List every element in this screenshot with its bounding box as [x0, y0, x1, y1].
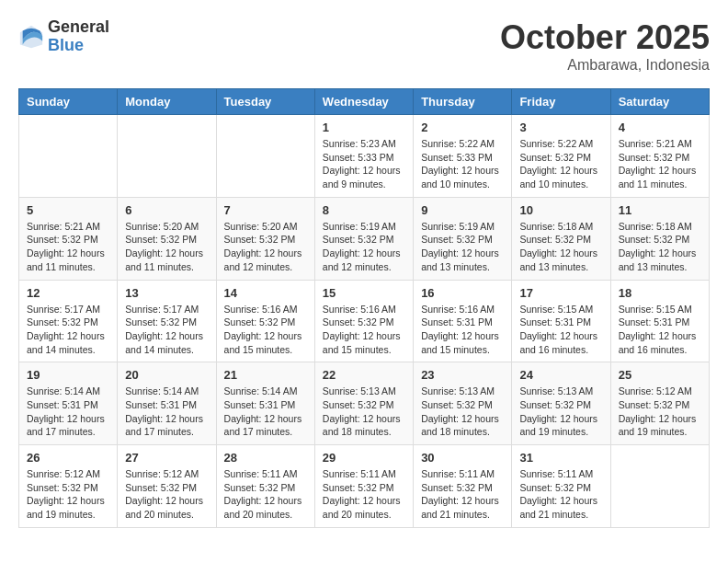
calendar-header: Sunday Monday Tuesday Wednesday Thursday…: [19, 89, 710, 115]
calendar-week-5: 26Sunrise: 5:12 AMSunset: 5:32 PMDayligh…: [19, 445, 710, 528]
day-number: 12: [27, 286, 109, 300]
day-info: Sunrise: 5:15 AMSunset: 5:31 PMDaylight:…: [519, 303, 602, 357]
day-info: Sunrise: 5:14 AMSunset: 5:31 PMDaylight:…: [224, 385, 307, 439]
day-info: Sunrise: 5:13 AMSunset: 5:32 PMDaylight:…: [323, 385, 405, 439]
day-number: 18: [619, 286, 701, 300]
calendar-cell: 23Sunrise: 5:13 AMSunset: 5:32 PMDayligh…: [414, 362, 512, 445]
calendar-body: 1Sunrise: 5:23 AMSunset: 5:33 PMDaylight…: [19, 115, 710, 528]
calendar-cell: 3Sunrise: 5:22 AMSunset: 5:32 PMDaylight…: [512, 115, 610, 198]
calendar-cell: 26Sunrise: 5:12 AMSunset: 5:32 PMDayligh…: [19, 445, 118, 528]
calendar-cell: 30Sunrise: 5:11 AMSunset: 5:32 PMDayligh…: [414, 445, 512, 528]
calendar-cell: 5Sunrise: 5:21 AMSunset: 5:32 PMDaylight…: [19, 197, 118, 280]
day-info: Sunrise: 5:22 AMSunset: 5:32 PMDaylight:…: [519, 137, 602, 191]
calendar-week-1: 1Sunrise: 5:23 AMSunset: 5:33 PMDaylight…: [19, 115, 710, 198]
day-info: Sunrise: 5:13 AMSunset: 5:32 PMDaylight:…: [519, 385, 602, 439]
day-info: Sunrise: 5:11 AMSunset: 5:32 PMDaylight:…: [421, 467, 504, 522]
calendar-cell: 25Sunrise: 5:12 AMSunset: 5:32 PMDayligh…: [610, 362, 709, 445]
day-info: Sunrise: 5:23 AMSunset: 5:33 PMDaylight:…: [323, 137, 405, 191]
day-info: Sunrise: 5:15 AMSunset: 5:31 PMDaylight:…: [619, 303, 701, 357]
day-number: 22: [323, 368, 405, 382]
day-info: Sunrise: 5:11 AMSunset: 5:32 PMDaylight:…: [323, 467, 405, 522]
calendar-cell: 11Sunrise: 5:18 AMSunset: 5:32 PMDayligh…: [610, 197, 709, 280]
day-info: Sunrise: 5:18 AMSunset: 5:32 PMDaylight:…: [619, 220, 701, 274]
calendar-cell: 14Sunrise: 5:16 AMSunset: 5:32 PMDayligh…: [216, 280, 314, 362]
day-number: 23: [421, 368, 504, 382]
day-number: 31: [519, 451, 602, 465]
header-sunday: Sunday: [19, 89, 118, 115]
calendar-cell: 20Sunrise: 5:14 AMSunset: 5:31 PMDayligh…: [118, 362, 216, 445]
day-number: 14: [224, 286, 307, 300]
calendar-table: Sunday Monday Tuesday Wednesday Thursday…: [18, 88, 710, 528]
day-info: Sunrise: 5:11 AMSunset: 5:32 PMDaylight:…: [224, 467, 307, 522]
month-title: October 2025: [500, 18, 710, 57]
calendar-cell: [19, 115, 118, 198]
day-number: 17: [519, 286, 602, 300]
location-text: Ambarawa, Indonesia: [500, 57, 710, 74]
calendar-cell: 17Sunrise: 5:15 AMSunset: 5:31 PMDayligh…: [512, 280, 610, 362]
calendar-cell: 12Sunrise: 5:17 AMSunset: 5:32 PMDayligh…: [19, 280, 118, 362]
day-number: 27: [125, 451, 208, 465]
day-info: Sunrise: 5:16 AMSunset: 5:32 PMDaylight:…: [323, 303, 405, 357]
day-info: Sunrise: 5:20 AMSunset: 5:32 PMDaylight:…: [125, 220, 208, 274]
logo-icon: [18, 24, 44, 50]
header-thursday: Thursday: [414, 89, 512, 115]
day-number: 2: [421, 121, 504, 134]
header-saturday: Saturday: [610, 89, 709, 115]
day-number: 1: [323, 121, 405, 134]
calendar-cell: [118, 115, 216, 198]
day-number: 8: [323, 203, 405, 217]
calendar-cell: 18Sunrise: 5:15 AMSunset: 5:31 PMDayligh…: [610, 280, 709, 362]
calendar-cell: 31Sunrise: 5:11 AMSunset: 5:32 PMDayligh…: [512, 445, 610, 528]
day-number: 21: [224, 368, 307, 382]
calendar-cell: 16Sunrise: 5:16 AMSunset: 5:31 PMDayligh…: [414, 280, 512, 362]
day-info: Sunrise: 5:12 AMSunset: 5:32 PMDaylight:…: [125, 467, 208, 522]
calendar-cell: 24Sunrise: 5:13 AMSunset: 5:32 PMDayligh…: [512, 362, 610, 445]
header-monday: Monday: [118, 89, 216, 115]
day-info: Sunrise: 5:21 AMSunset: 5:32 PMDaylight:…: [27, 220, 109, 274]
calendar-cell: 1Sunrise: 5:23 AMSunset: 5:33 PMDaylight…: [314, 115, 413, 198]
calendar-cell: 29Sunrise: 5:11 AMSunset: 5:32 PMDayligh…: [314, 445, 413, 528]
day-number: 24: [519, 368, 602, 382]
day-number: 3: [519, 121, 602, 134]
logo-text: General Blue: [48, 18, 109, 55]
day-number: 19: [27, 368, 109, 382]
day-number: 7: [224, 203, 307, 217]
header-wednesday: Wednesday: [314, 89, 413, 115]
page-header: General Blue October 2025 Ambarawa, Indo…: [18, 18, 710, 74]
day-number: 5: [27, 203, 109, 217]
calendar-cell: 2Sunrise: 5:22 AMSunset: 5:33 PMDaylight…: [414, 115, 512, 198]
day-info: Sunrise: 5:17 AMSunset: 5:32 PMDaylight:…: [27, 303, 109, 357]
day-info: Sunrise: 5:19 AMSunset: 5:32 PMDaylight:…: [421, 220, 504, 274]
day-number: 30: [421, 451, 504, 465]
calendar-cell: [216, 115, 314, 198]
day-info: Sunrise: 5:17 AMSunset: 5:32 PMDaylight:…: [125, 303, 208, 357]
calendar-week-4: 19Sunrise: 5:14 AMSunset: 5:31 PMDayligh…: [19, 362, 710, 445]
logo: General Blue: [18, 18, 109, 55]
day-info: Sunrise: 5:22 AMSunset: 5:33 PMDaylight:…: [421, 137, 504, 191]
day-info: Sunrise: 5:16 AMSunset: 5:31 PMDaylight:…: [421, 303, 504, 357]
calendar-week-2: 5Sunrise: 5:21 AMSunset: 5:32 PMDaylight…: [19, 197, 710, 280]
day-number: 16: [421, 286, 504, 300]
calendar-cell: 28Sunrise: 5:11 AMSunset: 5:32 PMDayligh…: [216, 445, 314, 528]
calendar-cell: 15Sunrise: 5:16 AMSunset: 5:32 PMDayligh…: [314, 280, 413, 362]
day-info: Sunrise: 5:11 AMSunset: 5:32 PMDaylight:…: [519, 467, 602, 522]
calendar-cell: [610, 445, 709, 528]
day-info: Sunrise: 5:19 AMSunset: 5:32 PMDaylight:…: [323, 220, 405, 274]
day-info: Sunrise: 5:20 AMSunset: 5:32 PMDaylight:…: [224, 220, 307, 274]
day-info: Sunrise: 5:21 AMSunset: 5:32 PMDaylight:…: [619, 137, 701, 191]
day-number: 13: [125, 286, 208, 300]
day-info: Sunrise: 5:13 AMSunset: 5:32 PMDaylight:…: [421, 385, 504, 439]
calendar-cell: 6Sunrise: 5:20 AMSunset: 5:32 PMDaylight…: [118, 197, 216, 280]
day-number: 26: [27, 451, 109, 465]
day-number: 4: [619, 121, 701, 134]
day-number: 25: [619, 368, 701, 382]
day-info: Sunrise: 5:16 AMSunset: 5:32 PMDaylight:…: [224, 303, 307, 357]
calendar-cell: 13Sunrise: 5:17 AMSunset: 5:32 PMDayligh…: [118, 280, 216, 362]
calendar-cell: 10Sunrise: 5:18 AMSunset: 5:32 PMDayligh…: [512, 197, 610, 280]
calendar-cell: 4Sunrise: 5:21 AMSunset: 5:32 PMDaylight…: [610, 115, 709, 198]
day-number: 6: [125, 203, 208, 217]
day-info: Sunrise: 5:14 AMSunset: 5:31 PMDaylight:…: [125, 385, 208, 439]
logo-blue-text: Blue: [48, 37, 109, 55]
calendar-cell: 21Sunrise: 5:14 AMSunset: 5:31 PMDayligh…: [216, 362, 314, 445]
day-number: 29: [323, 451, 405, 465]
